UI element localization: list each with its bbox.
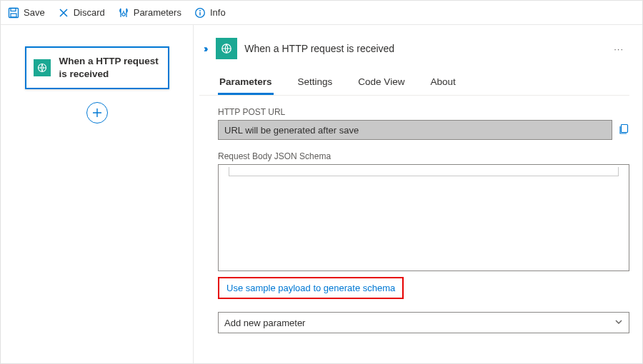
parameters-panel: HTTP POST URL URL will be generated afte… xyxy=(199,96,632,333)
workspace: When a HTTP request is received ›› When … xyxy=(1,25,642,363)
add-parameter-dropdown[interactable]: Add new parameter xyxy=(218,312,629,333)
tab-parameters[interactable]: Parameters xyxy=(218,72,274,95)
copy-icon xyxy=(618,123,629,135)
parameters-button[interactable]: Parameters xyxy=(118,7,181,19)
http-post-url-label: HTTP POST URL xyxy=(218,107,629,117)
discard-label: Discard xyxy=(74,7,105,18)
command-bar: Save Discard Parameters Info xyxy=(1,1,642,25)
http-trigger-icon xyxy=(216,38,237,59)
save-label: Save xyxy=(24,7,45,18)
schema-textarea[interactable] xyxy=(218,164,629,271)
parameters-label: Parameters xyxy=(134,7,181,18)
svg-rect-8 xyxy=(622,124,628,132)
trigger-card[interactable]: When a HTTP request is received xyxy=(25,46,169,89)
svg-point-4 xyxy=(199,10,201,11)
plus-icon xyxy=(92,108,102,118)
info-label: Info xyxy=(210,7,226,18)
info-button[interactable]: Info xyxy=(194,7,226,19)
save-icon xyxy=(8,7,19,19)
discard-button[interactable]: Discard xyxy=(58,7,105,19)
chevron-down-icon xyxy=(614,318,623,328)
details-header: ›› When a HTTP request is received ··· xyxy=(199,35,632,65)
info-icon xyxy=(194,7,206,19)
trigger-card-label: When a HTTP request is received xyxy=(59,55,161,81)
discard-icon xyxy=(58,7,69,19)
details-title: When a HTTP request is received xyxy=(244,43,602,54)
parameters-icon xyxy=(118,7,129,19)
details-tabs: Parameters Settings Code View About xyxy=(199,65,629,96)
http-post-url-field: URL will be generated after save xyxy=(218,120,612,140)
schema-label: Request Body JSON Schema xyxy=(218,151,629,161)
add-parameter-label: Add new parameter xyxy=(224,318,305,328)
collapse-button[interactable]: ›› xyxy=(201,41,209,56)
http-trigger-icon xyxy=(34,59,51,76)
add-step-button[interactable] xyxy=(86,102,108,123)
tab-about[interactable]: About xyxy=(429,72,457,95)
svg-rect-2 xyxy=(11,14,16,17)
details-pane: ›› When a HTTP request is received ··· P… xyxy=(193,25,642,363)
tab-settings[interactable]: Settings xyxy=(296,72,334,95)
svg-rect-5 xyxy=(199,12,200,16)
tab-code-view[interactable]: Code View xyxy=(357,72,406,95)
sample-payload-highlight: Use sample payload to generate schema xyxy=(218,277,404,299)
copy-url-button[interactable] xyxy=(618,123,629,137)
overflow-menu-button[interactable]: ··· xyxy=(609,44,628,54)
designer-canvas: When a HTTP request is received xyxy=(1,25,193,363)
use-sample-payload-link[interactable]: Use sample payload to generate schema xyxy=(226,283,395,293)
save-button[interactable]: Save xyxy=(8,7,45,19)
http-post-url-value: URL will be generated after save xyxy=(224,125,359,136)
